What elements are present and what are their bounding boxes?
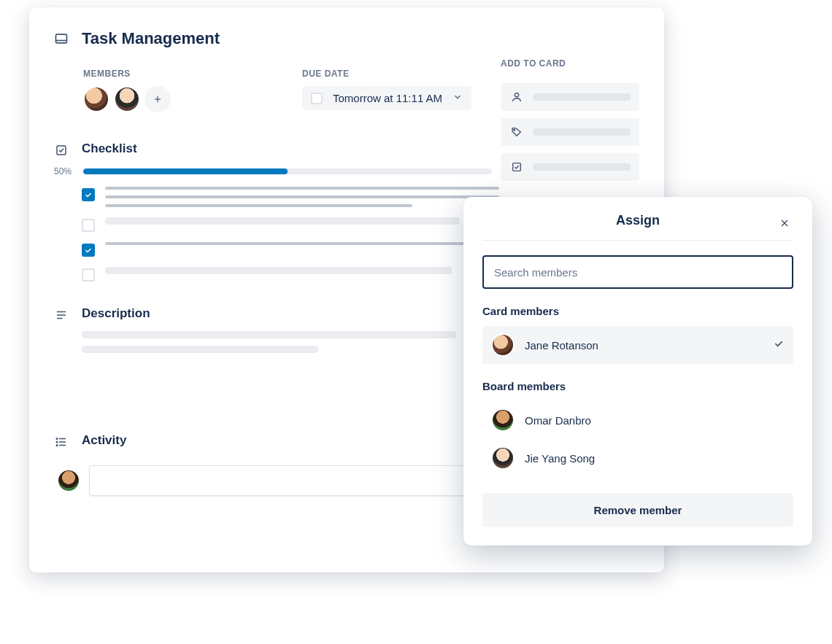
tag-icon — [509, 125, 524, 139]
remove-member-button[interactable]: Remove member — [482, 493, 793, 527]
svg-rect-0 — [56, 34, 67, 43]
progress-percent-label: 50% — [54, 166, 76, 176]
members-section: MEMBERS — [83, 69, 288, 112]
person-icon — [509, 90, 524, 104]
due-date-pill[interactable]: Tomorrow at 11:11 AM — [302, 86, 471, 110]
assign-title: Assign — [616, 213, 660, 228]
member-avatar — [491, 408, 515, 432]
board-member-row[interactable]: Jie Yang Song — [482, 439, 793, 477]
checklist-icon — [509, 160, 524, 174]
placeholder-bar — [533, 163, 631, 171]
progress-bar — [83, 168, 492, 174]
search-members-input[interactable] — [482, 255, 793, 289]
add-to-card-label: ADD TO CARD — [501, 58, 639, 69]
due-date-checkbox[interactable] — [311, 93, 323, 104]
members-avatars — [83, 86, 288, 112]
member-avatar[interactable] — [114, 86, 140, 112]
description-placeholder[interactable] — [82, 331, 476, 353]
svg-point-16 — [56, 445, 58, 446]
board-member-row[interactable]: Omar Danbro — [482, 401, 793, 439]
member-avatar — [491, 333, 515, 357]
member-name: Jane Rotanson — [525, 339, 763, 352]
member-avatar[interactable] — [83, 86, 109, 112]
description-icon — [54, 308, 69, 322]
add-member-button[interactable] — [145, 86, 171, 112]
progress-fill — [83, 168, 288, 174]
checklist-checkbox[interactable] — [82, 219, 95, 232]
placeholder-bar — [533, 93, 631, 101]
add-to-card-sidebar: ADD TO CARD — [501, 58, 639, 181]
checklist-checkbox[interactable] — [82, 244, 95, 257]
card-members-label: Card members — [482, 305, 793, 317]
add-labels-button[interactable] — [501, 118, 639, 146]
placeholder-bar — [533, 128, 631, 136]
card-title: Task Management — [82, 29, 220, 48]
add-checklist-button[interactable] — [501, 153, 639, 181]
add-members-button[interactable] — [501, 83, 639, 111]
card-title-row: Task Management — [54, 29, 639, 48]
checklist-icon — [54, 143, 69, 158]
svg-point-15 — [56, 441, 58, 443]
card-member-row[interactable]: Jane Rotanson — [482, 326, 793, 364]
close-icon[interactable] — [776, 214, 793, 235]
due-date-label: DUE DATE — [302, 69, 471, 79]
member-avatar — [491, 446, 515, 470]
chevron-down-icon — [452, 92, 463, 104]
due-date-section: DUE DATE Tomorrow at 11:11 AM — [302, 69, 471, 112]
svg-rect-6 — [513, 163, 521, 171]
assign-popup: Assign Card members Jane Rotanson Board … — [463, 197, 812, 546]
card-icon — [54, 31, 69, 46]
activity-icon — [54, 435, 69, 449]
current-user-avatar[interactable] — [57, 469, 80, 492]
svg-point-4 — [515, 93, 518, 97]
svg-rect-7 — [57, 146, 66, 155]
assign-header: Assign — [482, 213, 793, 241]
svg-point-5 — [514, 130, 515, 131]
due-date-value: Tomorrow at 11:11 AM — [333, 92, 442, 104]
svg-point-14 — [56, 438, 58, 440]
member-name: Jie Yang Song — [525, 452, 785, 465]
board-members-label: Board members — [482, 380, 793, 392]
activity-comment-input[interactable] — [89, 465, 483, 496]
check-icon — [773, 338, 785, 352]
checklist-checkbox[interactable] — [82, 188, 95, 201]
members-label: MEMBERS — [83, 69, 288, 79]
checklist-checkbox[interactable] — [82, 268, 95, 282]
member-name: Omar Danbro — [525, 414, 785, 427]
